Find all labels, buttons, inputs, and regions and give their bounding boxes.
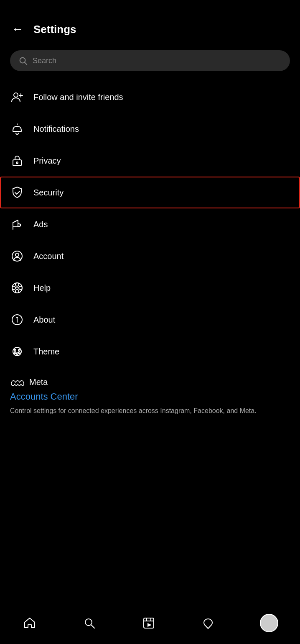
menu-item-follow[interactable]: Follow and invite friends (0, 81, 300, 113)
svg-rect-6 (13, 160, 21, 166)
svg-line-1 (25, 62, 27, 64)
menu-item-about[interactable]: About (0, 304, 300, 336)
svg-line-27 (91, 625, 94, 629)
meta-logo-icon (10, 378, 25, 387)
account-icon (10, 249, 24, 263)
nav-reels-button[interactable] (141, 615, 157, 631)
accounts-center-link[interactable]: Accounts Center (10, 391, 290, 402)
bottom-nav (0, 607, 300, 644)
menu-item-privacy[interactable]: Privacy (0, 145, 300, 177)
ads-icon (10, 218, 24, 231)
meta-label: Meta (29, 377, 48, 387)
svg-point-21 (14, 349, 16, 351)
back-arrow-icon: ← (12, 23, 23, 35)
menu-item-theme-label: Theme (33, 347, 59, 357)
notifications-icon (10, 122, 24, 136)
activity-icon (202, 617, 214, 629)
menu-item-notifications-label: Notifications (33, 124, 79, 134)
nav-search-button[interactable] (81, 615, 97, 631)
menu-item-privacy-label: Privacy (33, 156, 61, 166)
about-icon (10, 313, 24, 326)
svg-point-24 (14, 352, 16, 354)
svg-point-25 (18, 352, 20, 354)
menu-item-notifications[interactable]: Notifications (0, 113, 300, 145)
menu-item-ads-label: Ads (33, 220, 48, 229)
svg-point-23 (16, 353, 18, 354)
search-bar[interactable]: Search (10, 50, 290, 71)
svg-point-16 (15, 290, 19, 293)
search-nav-icon (83, 617, 96, 629)
settings-menu: Follow and invite friends Notifications … (0, 81, 300, 367)
svg-point-26 (85, 619, 92, 626)
privacy-icon (10, 154, 24, 167)
menu-item-about-label: About (33, 315, 55, 325)
meta-section: Meta Accounts Center Control settings fo… (0, 367, 300, 422)
nav-home-button[interactable] (22, 615, 38, 631)
reels-icon (142, 617, 155, 629)
home-icon (23, 617, 36, 629)
svg-point-13 (19, 286, 22, 290)
help-icon (10, 281, 24, 295)
meta-description: Control settings for connected experienc… (10, 406, 290, 416)
security-icon (10, 186, 24, 199)
theme-icon (10, 345, 24, 358)
search-container: Search (0, 45, 300, 81)
svg-point-12 (12, 286, 15, 290)
menu-item-follow-label: Follow and invite friends (33, 92, 123, 102)
nav-profile-button[interactable] (260, 614, 278, 632)
follow-icon (10, 90, 24, 104)
menu-item-security[interactable]: Security (0, 177, 300, 208)
meta-logo-row: Meta (10, 377, 290, 387)
menu-item-help-label: Help (33, 283, 51, 293)
search-placeholder: Search (33, 56, 56, 65)
menu-item-help[interactable]: Help (0, 272, 300, 304)
search-icon (18, 56, 28, 65)
menu-item-account-label: Account (33, 251, 64, 261)
menu-item-ads[interactable]: Ads (0, 208, 300, 240)
page-title: Settings (33, 23, 76, 36)
svg-point-10 (15, 253, 19, 257)
svg-point-22 (18, 349, 20, 351)
nav-activity-button[interactable] (200, 615, 216, 631)
svg-point-15 (15, 283, 19, 286)
menu-item-theme[interactable]: Theme (0, 336, 300, 367)
svg-point-19 (17, 317, 18, 318)
svg-marker-32 (147, 623, 152, 627)
svg-rect-28 (144, 618, 154, 628)
svg-point-7 (16, 162, 18, 164)
header: ← Settings (0, 0, 300, 45)
svg-point-2 (14, 93, 18, 97)
menu-item-account[interactable]: Account (0, 240, 300, 272)
menu-item-security-label: Security (33, 188, 64, 198)
back-button[interactable]: ← (10, 22, 25, 37)
